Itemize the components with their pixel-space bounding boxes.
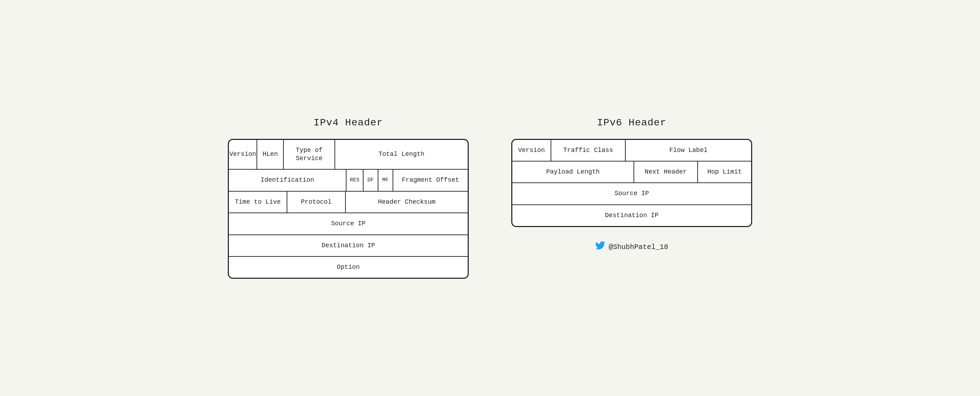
ipv6-version-cell: Version [512,140,551,161]
twitter-icon [595,241,605,253]
ipv4-row-5: Destination IP [229,235,468,257]
ipv4-ttl-cell: Time to Live [229,192,287,213]
page-container: IPv4 Header Version HLen Type of Service… [14,117,966,279]
ipv6-row-3: Source IP [512,183,751,205]
ipv6-hop-limit-cell: Hop Limit [698,162,751,183]
ipv6-flow-label-cell: Flow Label [626,140,751,161]
ipv6-next-header-cell: Next Header [634,162,698,183]
ipv4-version-cell: Version [229,140,257,169]
ipv6-section: IPv6 Header Version Traffic Class Flow L… [511,117,752,253]
ipv4-table: Version HLen Type of Service Total Lengt… [228,139,469,279]
ipv6-title: IPv6 Header [597,117,667,128]
ipv4-row-2: Identification RES DF MF Fragment Offset [229,170,468,191]
ipv4-row-1: Version HLen Type of Service Total Lengt… [229,140,468,170]
ipv4-title: IPv4 Header [313,117,383,128]
ipv6-row-1: Version Traffic Class Flow Label [512,140,751,162]
ipv4-hlen-cell: HLen [257,140,284,169]
ipv4-mf-cell: MF [379,170,393,191]
ipv6-row-2: Payload Length Next Header Hop Limit [512,162,751,183]
ipv4-checksum-cell: Header Checksum [346,192,468,213]
ipv4-dest-ip-cell: Destination IP [229,235,468,256]
ipv4-row-4: Source IP [229,213,468,235]
ipv4-res-cell: RES [347,170,364,191]
ipv4-source-ip-cell: Source IP [229,213,468,234]
ipv6-dest-ip-cell: Destination IP [512,205,751,226]
ipv6-table: Version Traffic Class Flow Label Payload… [511,139,752,227]
ipv6-row-4: Destination IP [512,205,751,226]
ipv6-source-ip-cell: Source IP [512,183,751,204]
ipv6-payload-length-cell: Payload Length [512,162,634,183]
ipv4-option-cell: Option [229,257,468,278]
ipv4-row-3: Time to Live Protocol Header Checksum [229,192,468,213]
ipv4-total-length-cell: Total Length [335,140,468,169]
ipv4-protocol-cell: Protocol [287,192,346,213]
ipv4-fragment-offset-cell: Fragment Offset [393,170,468,191]
twitter-footer: @ShubhPatel_18 [595,241,668,253]
ipv4-df-cell: DF [364,170,379,191]
ipv4-identification-cell: Identification [229,170,347,191]
ipv4-row-6: Option [229,257,468,278]
ipv6-traffic-class-cell: Traffic Class [551,140,626,161]
twitter-handle: @ShubhPatel_18 [609,243,668,251]
ipv4-section: IPv4 Header Version HLen Type of Service… [228,117,469,279]
ipv4-tos-cell: Type of Service [284,140,335,169]
